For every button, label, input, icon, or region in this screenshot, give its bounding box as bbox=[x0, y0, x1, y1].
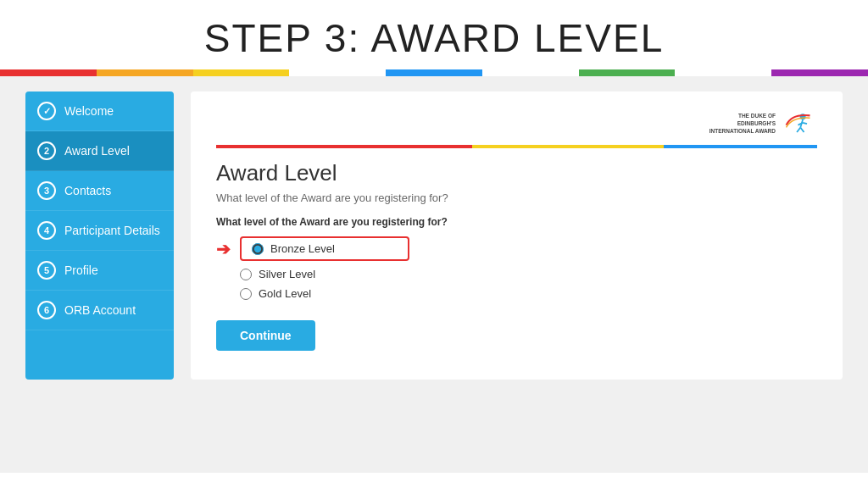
logo-text-line1: THE DUKE OF EDINBURGH'S bbox=[708, 112, 776, 127]
bronze-label[interactable]: Bronze Level bbox=[270, 242, 335, 255]
bar-blue bbox=[386, 69, 482, 76]
sidebar-item-contacts[interactable]: 3 Contacts bbox=[25, 171, 174, 211]
radio-bronze[interactable] bbox=[252, 243, 264, 255]
bar-blank3 bbox=[675, 69, 771, 76]
bar-yellow bbox=[193, 69, 290, 76]
cl-yellow bbox=[472, 145, 664, 148]
step-icon-contacts: 3 bbox=[37, 181, 56, 200]
svg-line-2 bbox=[797, 127, 800, 132]
sidebar-label-contacts: Contacts bbox=[64, 184, 111, 197]
svg-line-5 bbox=[803, 123, 807, 124]
logo-text-line2: INTERNATIONAL AWARD bbox=[708, 127, 776, 135]
bar-blank2 bbox=[482, 69, 579, 76]
sidebar-item-profile[interactable]: 5 Profile bbox=[25, 251, 174, 291]
main-area: ✓ Welcome 2 Award Level 3 Contacts 4 Par… bbox=[0, 76, 868, 473]
continue-button[interactable]: Continue bbox=[216, 320, 315, 351]
step-icon-orb: 6 bbox=[37, 301, 56, 319]
sidebar-item-participant-details[interactable]: 4 Participant Details bbox=[25, 211, 174, 251]
sidebar-item-orb-account[interactable]: 6 ORB Account bbox=[25, 291, 174, 330]
page-title: STEP 3: AWARD LEVEL bbox=[0, 15, 868, 61]
arrow-pointer: ➔ bbox=[216, 239, 231, 259]
bar-red bbox=[0, 69, 97, 76]
cl-blue bbox=[664, 145, 817, 148]
sidebar: ✓ Welcome 2 Award Level 3 Contacts 4 Par… bbox=[25, 92, 174, 380]
sidebar-label-participant: Participant Details bbox=[64, 224, 160, 237]
bar-blank1 bbox=[289, 69, 386, 76]
radio-option-gold[interactable]: Gold Level bbox=[240, 287, 817, 300]
sidebar-item-welcome[interactable]: ✓ Welcome bbox=[25, 92, 174, 131]
silver-label[interactable]: Silver Level bbox=[259, 268, 315, 280]
radio-gold[interactable] bbox=[240, 288, 252, 300]
sidebar-label-profile: Profile bbox=[64, 263, 98, 277]
radio-option-silver[interactable]: Silver Level bbox=[240, 268, 817, 280]
bar-green bbox=[579, 69, 676, 76]
bar-purple bbox=[771, 69, 868, 76]
step-icon-profile: 5 bbox=[37, 261, 56, 280]
bronze-option-wrapper: ➔ Bronze Level bbox=[240, 236, 817, 261]
right-panel: THE DUKE OF EDINBURGH'S INTERNATIONAL AW… bbox=[191, 92, 843, 380]
svg-line-3 bbox=[800, 127, 804, 132]
sidebar-label-orb: ORB Account bbox=[64, 303, 136, 317]
step-icon-award-level: 2 bbox=[37, 141, 56, 160]
sidebar-label-welcome: Welcome bbox=[64, 104, 114, 118]
bar-orange bbox=[97, 69, 193, 76]
title-area: STEP 3: AWARD LEVEL bbox=[0, 0, 868, 69]
logo-container: THE DUKE OF EDINBURGH'S INTERNATIONAL AW… bbox=[708, 108, 817, 138]
logo-area: THE DUKE OF EDINBURGH'S INTERNATIONAL AW… bbox=[216, 108, 817, 138]
award-subtitle: What level of the Award are you register… bbox=[216, 191, 817, 204]
award-level-heading: Award Level bbox=[216, 160, 817, 186]
step-icon-welcome: ✓ bbox=[37, 102, 56, 120]
color-divider bbox=[216, 145, 817, 148]
sidebar-label-award-level: Award Level bbox=[64, 144, 130, 158]
radio-option-bronze[interactable]: Bronze Level bbox=[240, 236, 409, 261]
radio-silver[interactable] bbox=[240, 269, 252, 280]
gold-label[interactable]: Gold Level bbox=[259, 287, 311, 300]
question-label: What level of the Award are you register… bbox=[216, 216, 817, 228]
rainbow-bar bbox=[0, 69, 868, 76]
sidebar-item-award-level[interactable]: 2 Award Level bbox=[25, 131, 174, 171]
cl-red bbox=[216, 145, 472, 148]
step-icon-participant: 4 bbox=[37, 221, 56, 240]
logo-emblem bbox=[779, 108, 817, 138]
